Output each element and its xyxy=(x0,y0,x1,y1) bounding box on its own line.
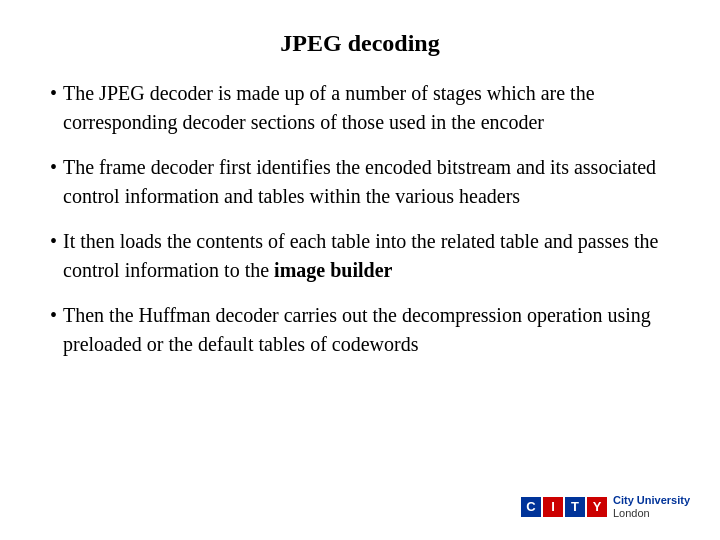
bullet-text-3-bold: image builder xyxy=(274,259,392,281)
city-logo-boxes: C I T Y xyxy=(521,497,607,517)
bullet-text-4: Then the Huffman decoder carries out the… xyxy=(63,301,670,359)
bullet-item-4: • Then the Huffman decoder carries out t… xyxy=(50,301,670,359)
bullet-dot-3: • xyxy=(50,227,57,256)
slide-container: JPEG decoding • The JPEG decoder is made… xyxy=(0,0,720,540)
logo-box-t: T xyxy=(565,497,585,517)
bullet-text-2: The frame decoder first identifies the e… xyxy=(63,153,670,211)
bullet-text-1: The JPEG decoder is made up of a number … xyxy=(63,79,670,137)
bullet-dot-2: • xyxy=(50,153,57,182)
bullet-item-3: • It then loads the contents of each tab… xyxy=(50,227,670,285)
bullet-list: • The JPEG decoder is made up of a numbe… xyxy=(50,79,670,359)
bullet-text-3: It then loads the contents of each table… xyxy=(63,227,670,285)
bullet-dot-1: • xyxy=(50,79,57,108)
logo-box-c: C xyxy=(521,497,541,517)
bullet-dot-4: • xyxy=(50,301,57,330)
logo-box-i: I xyxy=(543,497,563,517)
logo-box-y: Y xyxy=(587,497,607,517)
slide-title: JPEG decoding xyxy=(50,30,670,57)
bullet-item-2: • The frame decoder first identifies the… xyxy=(50,153,670,211)
logo-university: City University xyxy=(613,494,690,507)
bullet-item-1: • The JPEG decoder is made up of a numbe… xyxy=(50,79,670,137)
logo-text: City University London xyxy=(613,494,690,520)
logo-area: C I T Y City University London xyxy=(521,494,690,520)
logo-london: London xyxy=(613,507,690,520)
